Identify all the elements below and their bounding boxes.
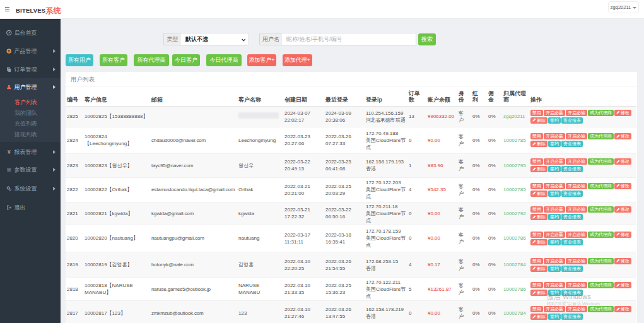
svg-text:B: B [8, 49, 10, 53]
svg-text:¥: ¥ [8, 150, 11, 155]
